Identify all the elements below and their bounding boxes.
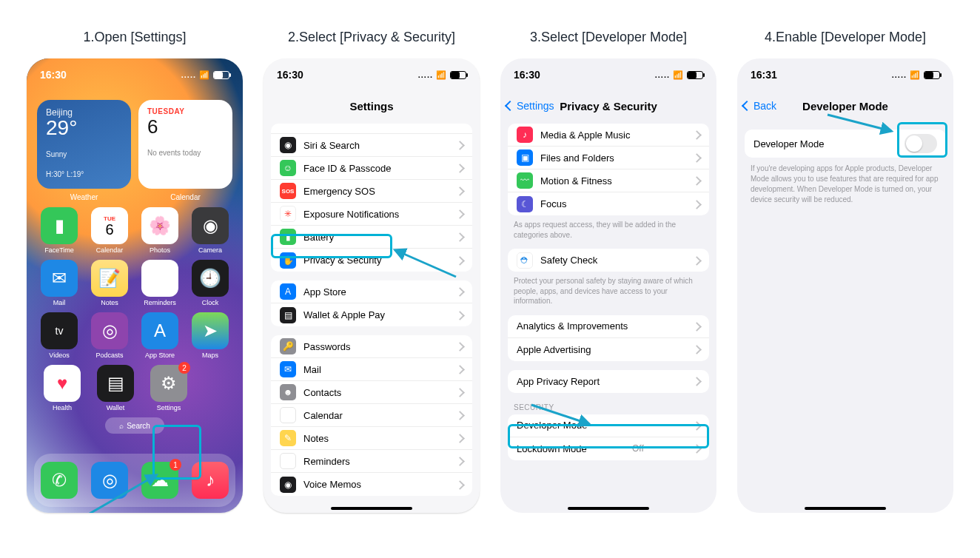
row-privacy[interactable]: ✋Privacy & Security [271,249,472,272]
row-devmode[interactable]: Developer Mode [508,414,709,437]
notes-icon: 📝 [91,260,128,297]
app-calendar[interactable]: TUE6Calendar [87,207,132,254]
cellular-dots: ..... [418,70,433,79]
row-faceid[interactable]: ☺Face ID & Passcode [271,157,472,180]
health-icon: ♥ [44,365,81,402]
chevron-right-icon [694,128,700,141]
chevron-right-icon [457,386,463,399]
app-podcasts[interactable]: ◎Podcasts [87,312,132,359]
devmode-toggle[interactable] [905,134,937,153]
row-media[interactable]: ♪Media & Apple Music [508,124,709,147]
chevron-right-icon [457,254,463,267]
siri-icon: ◉ [280,137,296,153]
chevron-right-icon [457,478,463,491]
weather-city: Beijing [46,107,122,118]
chevron-right-icon [694,198,700,211]
row-reminders[interactable]: ☑Reminders [271,450,472,473]
status-bar: 16:31 ..... [737,58,953,91]
app-camera[interactable]: ◉Camera [188,207,232,254]
dock-phone[interactable]: ✆ [41,462,78,499]
nav-title: Settings [349,100,393,112]
row-appstore[interactable]: AApp Store [271,280,472,303]
status-bar: 16:30 ..... [264,58,480,91]
row-files[interactable]: ▣Files and Folders [508,147,709,169]
sos-icon: SOS [280,183,296,199]
privacy-group-2: ⛑Safety Check [508,249,709,272]
faceid-icon: ☺ [280,160,296,176]
status-indicators: ..... [181,70,229,80]
dev-group: Developer Mode [745,130,946,158]
cellular-dots: ..... [181,70,196,79]
nav-bar: Settings [264,91,480,121]
app-health[interactable]: ♥Health [40,365,84,411]
row-blank[interactable] [271,124,472,134]
row-siri[interactable]: ◉Siri & Search [271,134,472,157]
row-voicememos[interactable]: ◉Voice Memos [271,473,472,496]
step-3-title: 3.Select [Developer Mode] [530,30,687,45]
clock-icon: 🕘 [192,260,229,297]
calendar-widget[interactable]: TUESDAY 6 No events today [138,100,232,189]
row-safety[interactable]: ⛑Safety Check [508,249,709,272]
back-button[interactable]: Settings [506,91,554,121]
phone-2: 16:30 ..... Settings ◉Siri & Search ☺Fac… [264,58,480,513]
appstore-icon: A [280,283,296,300]
search-label: Search [127,422,150,430]
app-reminders[interactable]: ☑Reminders [138,260,182,306]
home-search[interactable]: ⌕ Search [105,417,164,434]
settings-group-1: ◉Siri & Search ☺Face ID & Passcode SOSEm… [271,124,472,272]
weather-widget[interactable]: Beijing 29° Sunny H:30° L:19° [37,100,131,189]
app-photos[interactable]: 🌸Photos [138,207,182,254]
app-row: ▮FaceTime TUE6Calendar 🌸Photos ◉Camera [34,207,235,254]
app-maps[interactable]: ➤Maps [188,312,232,359]
row-motion[interactable]: 〰Motion & Fitness [508,169,709,192]
settings-group-2: AApp Store ▤Wallet & Apple Pay [271,280,472,326]
exposure-icon: ✳ [280,206,296,222]
devmode-label: Developer Mode [754,138,824,149]
row-focus[interactable]: ☾Focus [508,192,709,215]
app-facetime[interactable]: ▮FaceTime [37,207,81,254]
home-screen: 16:30 ..... Beijing 29° Sunny H:30° L:19… [27,58,243,513]
notes-icon: ✎ [280,430,296,446]
dock-music[interactable]: ♪ [192,462,229,499]
row-wallet[interactable]: ▤Wallet & Apple Pay [271,303,472,326]
row-devmode-toggle[interactable]: Developer Mode [745,130,946,158]
app-notes[interactable]: 📝Notes [87,260,132,306]
step-3: 3.Select [Developer Mode] 16:30 ..... Se… [500,30,716,513]
dock-messages[interactable]: ☁1 [141,462,178,499]
chevron-right-icon [457,138,463,152]
row-ads[interactable]: Apple Advertising [508,338,709,361]
row-lockdown[interactable]: Lockdown ModeOff [508,437,709,460]
nav-title: Developer Mode [802,100,888,112]
app-videos[interactable]: tvVideos [37,312,81,359]
chevron-right-icon [694,374,700,388]
app-wallet[interactable]: ▤Wallet [93,365,138,411]
row-sos[interactable]: SOSEmergency SOS [271,180,472,203]
row-notes[interactable]: ✎Notes [271,427,472,450]
app-mail[interactable]: ✉Mail [37,260,81,306]
row-appreport[interactable]: App Privacy Report [508,370,709,393]
camera-icon: ◉ [192,207,229,244]
row-analytics[interactable]: Analytics & Improvements [508,315,709,338]
back-button[interactable]: Back [743,91,776,121]
weather-label: Weather [37,193,131,201]
app-appstore[interactable]: AApp Store [138,312,182,359]
dock-safari[interactable]: ◎ [91,462,128,499]
step-1-title: 1.Open [Settings] [83,30,186,45]
app-row: ✉Mail 📝Notes ☑Reminders 🕘Clock [34,260,235,306]
privacy-list: ♪Media & Apple Music ▣Files and Folders … [500,124,716,460]
photos-icon: 🌸 [141,207,178,244]
motion-icon: 〰 [517,172,533,189]
row-contacts[interactable]: ☻Contacts [271,381,472,404]
home-indicator [568,507,649,510]
app-clock[interactable]: 🕘Clock [188,260,232,306]
row-calendar[interactable]: ▦Calendar [271,404,472,427]
row-passwords[interactable]: 🔑Passwords [271,335,472,358]
row-mail[interactable]: ✉Mail [271,358,472,381]
app-settings[interactable]: ⚙2Settings [147,365,191,411]
row-exposure[interactable]: ✳Exposure Notifications [271,203,472,226]
row-battery[interactable]: ▮Battery [271,226,472,249]
privacy-icon: ✋ [280,252,296,269]
chevron-right-icon [457,409,463,422]
status-indicators: ..... [892,70,940,80]
reminders-icon: ☑ [141,260,178,297]
